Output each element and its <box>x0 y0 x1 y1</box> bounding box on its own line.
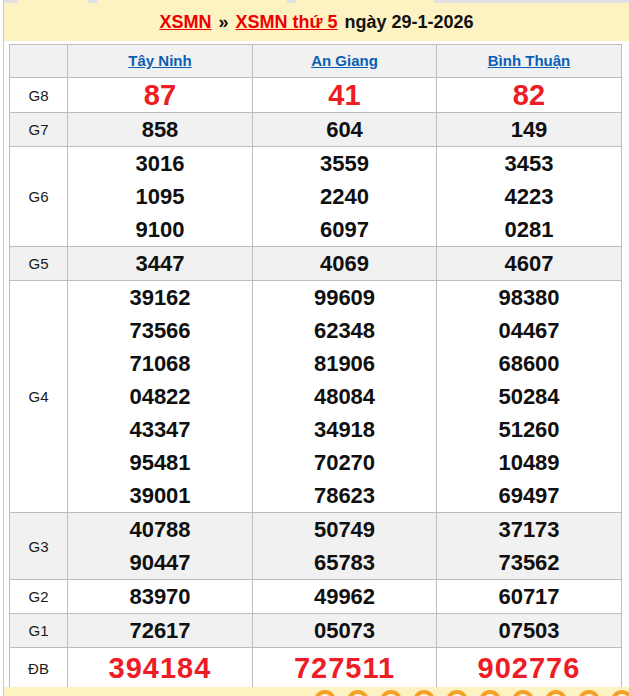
result-cell: 49962 <box>253 580 437 614</box>
result-cell: 4078890447 <box>68 513 253 580</box>
column-header-binh-thuan: Bình Thuận <box>437 45 622 78</box>
result-cell: 60717 <box>437 580 622 614</box>
result-cell: 4607 <box>437 247 622 281</box>
result-number: 40788 <box>68 513 252 546</box>
result-cell: 99609623488190648084349187027078623 <box>253 281 437 513</box>
prize-label: G3 <box>10 513 68 580</box>
province-link-tay-ninh[interactable]: Tây Ninh <box>128 52 191 69</box>
result-number: 05073 <box>253 614 436 647</box>
prize-label: G6 <box>10 147 68 247</box>
result-number: 902776 <box>437 648 621 689</box>
result-number: 10489 <box>437 446 621 479</box>
prize-row-G4: G439162735667106804822433479548139001996… <box>10 281 622 513</box>
title-separator: » <box>218 12 228 33</box>
result-number: 3453 <box>437 147 621 180</box>
prize-row-G2: G2839704996260717 <box>10 580 622 614</box>
result-cell: 3447 <box>68 247 253 281</box>
result-number: 3559 <box>253 147 436 180</box>
result-number: 04822 <box>68 380 252 413</box>
result-number: 1095 <box>68 180 252 213</box>
result-cell: 355922406097 <box>253 147 437 247</box>
result-number: 48084 <box>253 380 436 413</box>
result-cell: 5074965783 <box>253 513 437 580</box>
result-number: 83970 <box>68 580 252 613</box>
province-link-an-giang[interactable]: An Giang <box>311 52 378 69</box>
result-cell: 72617 <box>68 614 253 648</box>
result-number: 51260 <box>437 413 621 446</box>
loto-ball-icon <box>446 690 468 696</box>
loto-ball-icon <box>578 690 600 696</box>
result-cell: 902776 <box>437 648 622 690</box>
prize-row-G6: G6301610959100355922406097345342230281 <box>10 147 622 247</box>
xsmn-thu5-link[interactable]: XSMN thứ 5 <box>235 12 337 33</box>
result-cell: 858 <box>68 113 253 147</box>
loto-ball-icon <box>413 690 435 696</box>
prize-row-G5: G5344740694607 <box>10 247 622 281</box>
result-number: 81906 <box>253 347 436 380</box>
column-header-tay-ninh: Tây Ninh <box>68 45 253 78</box>
result-number: 858 <box>68 113 252 146</box>
result-cell: 41 <box>253 78 437 113</box>
cropped-tab <box>97 0 287 3</box>
prize-label: G1 <box>10 614 68 648</box>
result-cell: 3717373562 <box>437 513 622 580</box>
loto-ball-icon <box>347 690 369 696</box>
result-cell: 82 <box>437 78 622 113</box>
province-link-binh-thuan[interactable]: Bình Thuận <box>488 52 571 69</box>
result-cell: 05073 <box>253 614 437 648</box>
result-number: 3016 <box>68 147 252 180</box>
result-number: 727511 <box>253 648 436 689</box>
result-number: 39162 <box>68 281 252 314</box>
result-number: 604 <box>253 113 436 146</box>
result-number: 37173 <box>437 513 621 546</box>
result-number: 99609 <box>253 281 436 314</box>
result-number: 69497 <box>437 479 621 512</box>
result-number: 50284 <box>437 380 621 413</box>
result-number: 149 <box>437 113 621 146</box>
result-number: 3447 <box>68 247 252 280</box>
result-number: 78623 <box>253 479 436 512</box>
result-number: 07503 <box>437 614 621 647</box>
xsmn-link[interactable]: XSMN <box>159 12 211 33</box>
loto-ball-icon <box>611 690 629 696</box>
result-number: 4223 <box>437 180 621 213</box>
result-number: 73562 <box>437 546 621 579</box>
prize-row-G7: G7858604149 <box>10 113 622 147</box>
result-number: 2240 <box>253 180 436 213</box>
column-header-an-giang: An Giang <box>253 45 437 78</box>
result-number: 4069 <box>253 247 436 280</box>
result-cell: 345342230281 <box>437 147 622 247</box>
prize-label: G5 <box>10 247 68 281</box>
cropped-bottom-balls <box>4 687 629 696</box>
result-number: 50749 <box>253 513 436 546</box>
result-number: 39001 <box>68 479 252 512</box>
prize-row-G3: G3407889044750749657833717373562 <box>10 513 622 580</box>
result-number: 0281 <box>437 213 621 246</box>
result-number: 73566 <box>68 314 252 347</box>
results-table: Tây Ninh An Giang Bình Thuận G8874182G78… <box>9 44 622 690</box>
result-number: 41 <box>253 78 436 112</box>
loto-ball-icon <box>314 690 336 696</box>
result-number: 6097 <box>253 213 436 246</box>
loto-ball-icon <box>479 690 501 696</box>
prize-label: G8 <box>10 78 68 113</box>
result-number: 71068 <box>68 347 252 380</box>
cropped-tab <box>296 0 434 3</box>
prize-label: G4 <box>10 281 68 513</box>
result-cell: 394184 <box>68 648 253 690</box>
result-number: 98380 <box>437 281 621 314</box>
prize-row-ĐB: ĐB394184727511902776 <box>10 648 622 690</box>
result-cell: 727511 <box>253 648 437 690</box>
result-cell: 98380044676860050284512601048969497 <box>437 281 622 513</box>
result-cell: 604 <box>253 113 437 147</box>
result-number: 43347 <box>68 413 252 446</box>
loto-ball-icon <box>512 690 534 696</box>
prize-row-G8: G8874182 <box>10 78 622 113</box>
result-number: 9100 <box>68 213 252 246</box>
result-number: 87 <box>68 78 252 112</box>
result-cell: 07503 <box>437 614 622 648</box>
result-cell: 39162735667106804822433479548139001 <box>68 281 253 513</box>
result-number: 62348 <box>253 314 436 347</box>
loto-ball-icon <box>545 690 567 696</box>
result-number: 68600 <box>437 347 621 380</box>
